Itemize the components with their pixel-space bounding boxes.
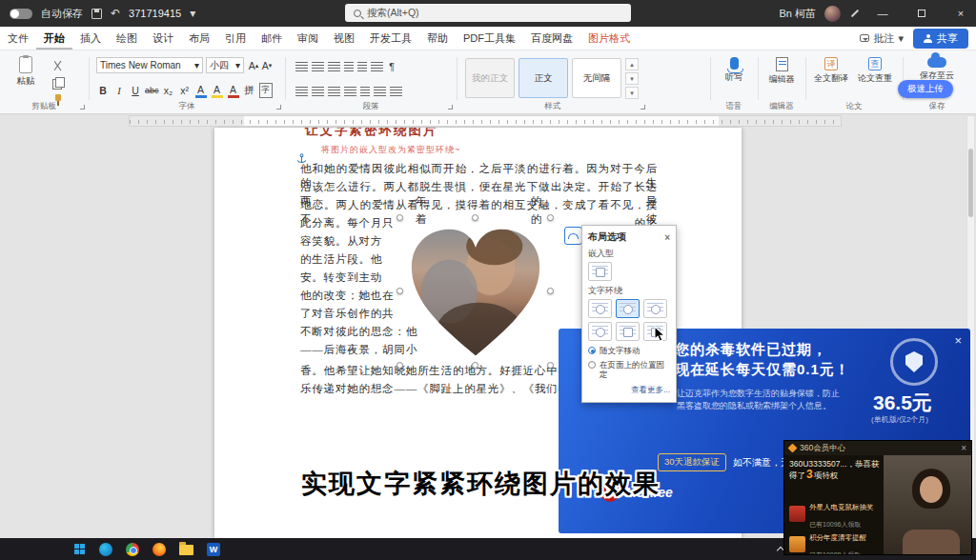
file-explorer-icon[interactable] <box>179 545 193 555</box>
numbering-icon[interactable] <box>312 62 324 71</box>
translate-button[interactable]: 译 全文翻译 <box>812 57 850 83</box>
wrap-behind-text-option[interactable] <box>616 322 640 341</box>
subscript-button[interactable]: x₂ <box>162 83 175 98</box>
font-size-select[interactable]: 小四 ▾ <box>206 57 244 73</box>
line-spacing-icon[interactable] <box>360 87 370 96</box>
text-effects-button[interactable]: A <box>194 83 208 98</box>
autosave-toggle[interactable] <box>10 9 32 19</box>
enclose-character-button[interactable]: 字 <box>259 83 273 98</box>
bullets-icon[interactable] <box>295 62 308 71</box>
word-app-icon[interactable]: W <box>207 543 220 556</box>
phonetic-guide-button[interactable]: 拼 <box>243 83 256 98</box>
popup-360-close-icon[interactable]: × <box>961 443 966 453</box>
see-more-link[interactable]: 查看更多... <box>588 385 670 396</box>
tab-baidu-pan[interactable]: 百度网盘 <box>523 27 580 50</box>
layout-panel-close-icon[interactable]: × <box>664 232 670 243</box>
cut-button[interactable] <box>50 58 66 72</box>
borders-icon[interactable] <box>390 87 402 96</box>
paragraph-dialog-launcher-icon[interactable] <box>448 105 453 110</box>
tab-file[interactable]: 文件 <box>0 27 36 50</box>
editor-button[interactable]: 编辑器 <box>764 57 799 84</box>
wrap-top-bottom-option[interactable] <box>588 322 612 341</box>
resize-handle-sw[interactable] <box>396 362 403 369</box>
decrease-indent-icon[interactable] <box>344 62 354 71</box>
popup-360-item[interactable]: 外星人电竞鼠标抽奖 已有10096人领取 <box>789 496 883 530</box>
highlight-color-button[interactable]: A <box>211 83 224 98</box>
heart-image[interactable] <box>400 217 551 366</box>
tab-home[interactable]: 开始 <box>36 27 72 50</box>
tab-mailings[interactable]: 邮件 <box>254 27 290 50</box>
search-input[interactable]: 搜索(Alt+Q) <box>345 4 631 22</box>
chrome-icon[interactable] <box>126 543 139 556</box>
italic-button[interactable]: I <box>112 83 126 98</box>
shading-icon[interactable] <box>374 87 386 96</box>
style-my-body[interactable]: 我的正文 <box>465 58 515 98</box>
font-color-button[interactable]: A <box>227 83 240 98</box>
tab-draw[interactable]: 绘图 <box>109 27 145 50</box>
tab-layout[interactable]: 布局 <box>181 27 217 50</box>
minimize-button[interactable]: — <box>867 0 898 27</box>
style-normal[interactable]: 正文 <box>518 58 568 98</box>
resize-handle-n[interactable] <box>472 214 478 221</box>
tab-help[interactable]: 帮助 <box>419 27 456 50</box>
increase-indent-icon[interactable] <box>357 62 367 71</box>
layout-options-button[interactable] <box>564 227 582 245</box>
clipboard-dialog-launcher-icon[interactable] <box>80 105 85 110</box>
grow-font-button[interactable]: A▴ <box>247 58 260 73</box>
resize-handle-nw[interactable] <box>396 214 403 221</box>
superscript-button[interactable]: x² <box>178 83 192 98</box>
underline-button[interactable]: U <box>129 83 142 98</box>
styles-dialog-launcher-icon[interactable] <box>640 105 645 110</box>
avatar[interactable] <box>824 6 841 22</box>
tab-developer[interactable]: 开发工具 <box>362 27 419 50</box>
start-button[interactable] <box>74 544 86 555</box>
paper-check-button[interactable]: 查 论文查重 <box>856 57 894 83</box>
justify-icon[interactable] <box>344 87 356 96</box>
dictate-button[interactable]: 听写 <box>717 57 751 82</box>
styles-scroll-down-icon[interactable]: ▾ <box>625 72 639 85</box>
tab-references[interactable]: 引用 <box>217 27 254 50</box>
resize-handle-e[interactable] <box>547 288 554 294</box>
comments-button[interactable]: 批注 ▾ <box>860 31 904 46</box>
tab-pdf-tools[interactable]: PDF工具集 <box>456 27 523 50</box>
paste-button[interactable]: 粘贴 <box>9 56 43 102</box>
align-center-icon[interactable] <box>312 87 324 96</box>
tab-view[interactable]: 视图 <box>326 27 362 50</box>
font-name-select[interactable]: Times New Roman ▾ <box>96 57 203 73</box>
close-button[interactable]: × <box>946 0 976 27</box>
sort-icon[interactable] <box>371 62 383 71</box>
font-dialog-launcher-icon[interactable] <box>276 105 281 110</box>
popup-360-item[interactable]: 积分年度清零提醒 已有10088人领取 <box>789 527 883 555</box>
styles-more-icon[interactable]: ▾ <box>625 87 639 99</box>
styles-scroll-up-icon[interactable]: ▴ <box>625 58 639 70</box>
style-no-spacing[interactable]: 无间隔 <box>572 58 621 98</box>
mcafee-close-icon[interactable]: × <box>954 333 962 348</box>
align-left-icon[interactable] <box>295 87 308 96</box>
undo-icon[interactable]: ↶ <box>111 7 120 20</box>
resize-handle-ne[interactable] <box>547 214 554 221</box>
doc-title-chevron-icon[interactable]: ▾ <box>190 7 195 20</box>
resize-handle-s[interactable] <box>472 362 478 369</box>
wrap-square-option[interactable] <box>588 299 612 318</box>
tab-review[interactable]: 审阅 <box>290 27 326 50</box>
wrap-tight-option[interactable] <box>616 299 640 318</box>
share-button[interactable]: 共享 <box>913 29 968 49</box>
fast-upload-button[interactable]: 极速上传 <box>898 80 953 98</box>
save-cloud-button[interactable]: 保存至云 <box>917 57 957 80</box>
strikethrough-button[interactable]: abc <box>145 83 159 98</box>
resize-handle-w[interactable] <box>396 288 403 294</box>
move-with-text-radio[interactable]: 随文字移动 <box>588 346 670 355</box>
resize-handle-se[interactable] <box>547 362 554 369</box>
firefox-icon[interactable] <box>152 543 166 556</box>
save-icon[interactable] <box>92 9 102 19</box>
pen-icon[interactable] <box>849 9 859 18</box>
align-right-icon[interactable] <box>328 87 340 96</box>
wrap-through-option[interactable] <box>643 299 667 318</box>
bold-button[interactable]: B <box>96 83 110 98</box>
tab-insert[interactable]: 插入 <box>72 27 109 50</box>
tab-design[interactable]: 设计 <box>145 27 181 50</box>
wrap-inline-option[interactable] <box>588 262 612 281</box>
edge-icon[interactable] <box>99 543 112 556</box>
fix-position-radio[interactable]: 在页面上的位置固定 <box>588 360 670 379</box>
tab-picture-format[interactable]: 图片格式 <box>580 27 638 50</box>
